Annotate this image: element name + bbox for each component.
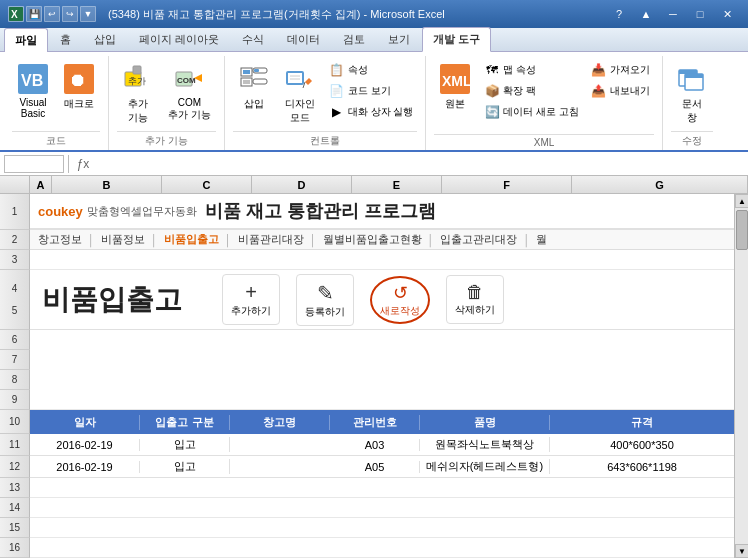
nav-link-5[interactable]: 월별비품입출고현황 bbox=[323, 232, 422, 247]
visual-basic-btn[interactable]: VB VisualBasic bbox=[12, 60, 54, 122]
cell-11-code: A03 bbox=[330, 439, 420, 451]
row-header-16: 16 bbox=[0, 538, 30, 558]
new-btn[interactable]: ↺ 새로작성 bbox=[370, 276, 430, 324]
addins-icon: 추가 bbox=[122, 63, 154, 95]
svg-rect-15 bbox=[254, 69, 259, 72]
row-headers: 1 2 3 45 6 7 8 9 10 11 12 13 14 15 16 bbox=[0, 194, 30, 558]
visual-basic-label: VisualBasic bbox=[19, 97, 46, 119]
tab-file[interactable]: 파일 bbox=[4, 28, 48, 52]
addins-btn[interactable]: 추가 추가기능 bbox=[117, 60, 159, 128]
col-header-D: D bbox=[252, 176, 352, 194]
close-btn[interactable]: ✕ bbox=[714, 4, 740, 24]
th-date: 일자 bbox=[30, 415, 140, 430]
company-name: 맞춤형엑셀업무자동화 bbox=[87, 204, 197, 219]
view-code-btn[interactable]: 📄 코드 보기 bbox=[325, 81, 418, 101]
minimize-btn[interactable]: ─ bbox=[660, 4, 686, 24]
th-type: 입출고 구분 bbox=[140, 415, 230, 430]
row-header-7: 7 bbox=[0, 350, 30, 370]
nav-link-1[interactable]: 창고정보 bbox=[38, 232, 82, 247]
refresh-data-label: 데이터 새로 고침 bbox=[503, 105, 579, 119]
section-action-row: 비품입출고 + 추가하기 ✎ 등록하기 ↺ 새로작성 🗑 bbox=[30, 270, 734, 330]
delete-icon: 🗑 bbox=[466, 282, 484, 303]
doc-window-btn[interactable]: 문서창 bbox=[671, 60, 713, 128]
svg-text:COM: COM bbox=[177, 76, 196, 85]
scroll-down-btn[interactable]: ▼ bbox=[735, 544, 748, 558]
svg-rect-13 bbox=[243, 70, 250, 74]
nav-link-7[interactable]: 월 bbox=[536, 232, 547, 247]
run-dialog-icon: ▶ bbox=[329, 104, 345, 120]
help-btn[interactable]: ? bbox=[606, 4, 632, 24]
expand-pack-label: 확장 팩 bbox=[503, 84, 536, 98]
svg-text:⏺: ⏺ bbox=[69, 70, 87, 90]
delete-btn[interactable]: 🗑 삭제하기 bbox=[446, 275, 504, 324]
ribbon-group-addins: 추가 추가기능 COM COM추가 기능 추가 기능 bbox=[109, 56, 225, 150]
properties-icon: 📋 bbox=[329, 62, 345, 78]
col-header-F: F bbox=[442, 176, 572, 194]
export-btn[interactable]: 📤 내보내기 bbox=[587, 81, 654, 101]
ribbon: VB VisualBasic ⏺ 매크로 코드 bbox=[0, 52, 748, 152]
tab-insert[interactable]: 삽입 bbox=[83, 27, 127, 51]
macro-icon: ⏺ bbox=[63, 63, 95, 95]
row-header-4-5: 45 bbox=[0, 270, 30, 330]
tab-home[interactable]: 홈 bbox=[49, 27, 82, 51]
register-btn[interactable]: ✎ 등록하기 bbox=[296, 274, 354, 326]
refresh-data-btn[interactable]: 🔄 데이터 새로 고침 bbox=[480, 102, 583, 122]
row-col-corner bbox=[0, 176, 30, 194]
formula-input[interactable] bbox=[97, 155, 744, 173]
tab-page-layout[interactable]: 페이지 레이아웃 bbox=[128, 27, 230, 51]
nav-link-3-active[interactable]: 비품입출고 bbox=[164, 232, 219, 247]
expand-pack-btn[interactable]: 📦 확장 팩 bbox=[480, 81, 583, 101]
svg-rect-18 bbox=[253, 79, 267, 84]
ribbon-group-addins-content: 추가 추가기능 COM COM추가 기능 bbox=[117, 56, 216, 131]
col-header-C: C bbox=[162, 176, 252, 194]
tab-data[interactable]: 데이터 bbox=[276, 27, 331, 51]
formula-separator bbox=[68, 155, 69, 173]
undo-quick-btn[interactable]: ↩ bbox=[44, 6, 60, 22]
run-dialog-btn[interactable]: ▶ 대화 상자 실행 bbox=[325, 102, 418, 122]
insert-control-btn[interactable]: 삽입 bbox=[233, 60, 275, 114]
scroll-thumb[interactable] bbox=[736, 210, 748, 250]
th-spec: 규격 bbox=[550, 415, 734, 430]
ribbon-toggle-btn[interactable]: ▲ bbox=[633, 4, 659, 24]
table-header-row: 일자 입출고 구분 창고명 관리번호 품명 규격 bbox=[30, 410, 734, 434]
save-quick-btn[interactable]: 💾 bbox=[26, 6, 42, 22]
title-bar-left: X 💾 ↩ ↪ ▼ (5348) 비품 재고 통합관리 프로그램(거래횟수 집계… bbox=[8, 6, 445, 22]
import-btn[interactable]: 📥 가져오기 bbox=[587, 60, 654, 80]
tab-view[interactable]: 보기 bbox=[377, 27, 421, 51]
tab-formula[interactable]: 수식 bbox=[231, 27, 275, 51]
ribbon-group-code: VB VisualBasic ⏺ 매크로 코드 bbox=[4, 56, 109, 150]
nav-link-4[interactable]: 비품관리대장 bbox=[238, 232, 304, 247]
xml-import-btns: 📥 가져오기 📤 내보내기 bbox=[587, 60, 654, 101]
tab-developer[interactable]: 개발 도구 bbox=[422, 27, 491, 52]
name-box[interactable] bbox=[4, 155, 64, 173]
nav-link-2[interactable]: 비품정보 bbox=[101, 232, 145, 247]
scroll-up-btn[interactable]: ▲ bbox=[735, 194, 748, 208]
cell-12-date: 2016-02-19 bbox=[30, 461, 140, 473]
com-addins-btn[interactable]: COM COM추가 기능 bbox=[163, 60, 216, 125]
col-header-G: G bbox=[572, 176, 748, 194]
window-controls: ? ▲ ─ □ ✕ bbox=[606, 4, 740, 24]
ribbon-group-modify-content: 문서창 bbox=[671, 56, 713, 131]
restore-btn[interactable]: □ bbox=[687, 4, 713, 24]
design-mode-btn[interactable]: 디자인모드 bbox=[279, 60, 321, 128]
com-addins-label: COM추가 기능 bbox=[168, 97, 211, 122]
redo-quick-btn[interactable]: ↪ bbox=[62, 6, 78, 22]
insert-control-icon bbox=[238, 63, 270, 95]
insert-function-icon[interactable]: ƒx bbox=[73, 155, 93, 173]
new-label: 새로작성 bbox=[380, 304, 420, 318]
formula-bar: ƒx bbox=[0, 152, 748, 176]
xml-source-btn[interactable]: XML 원본 bbox=[434, 60, 476, 114]
map-props-btn[interactable]: 🗺 맵 속성 bbox=[480, 60, 583, 80]
customize-quick-btn[interactable]: ▼ bbox=[80, 6, 96, 22]
title-bar: X 💾 ↩ ↪ ▼ (5348) 비품 재고 통합관리 프로그램(거래횟수 집계… bbox=[0, 0, 748, 28]
macro-btn[interactable]: ⏺ 매크로 bbox=[58, 60, 100, 114]
nav-link-6[interactable]: 입출고관리대장 bbox=[440, 232, 517, 247]
properties-btn[interactable]: 📋 속성 bbox=[325, 60, 418, 80]
properties-label: 속성 bbox=[348, 63, 368, 77]
controls-group-label: 컨트롤 bbox=[233, 131, 418, 150]
add-btn[interactable]: + 추가하기 bbox=[222, 274, 280, 325]
add-label: 추가하기 bbox=[231, 304, 271, 318]
row-header-1: 1 bbox=[0, 194, 30, 230]
tab-review[interactable]: 검토 bbox=[332, 27, 376, 51]
doc-window-icon bbox=[676, 63, 708, 95]
